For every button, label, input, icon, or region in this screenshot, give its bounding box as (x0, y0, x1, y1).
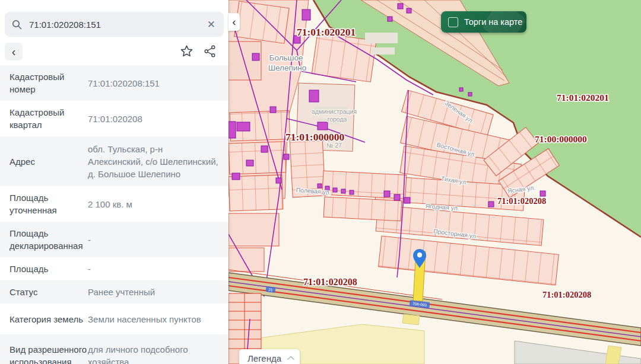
row-value: 71:01:020208 (88, 113, 219, 125)
row-value: - (88, 263, 219, 275)
trades-checkbox[interactable] (448, 17, 458, 27)
info-sidebar: ✕ ‹ Кадастровый номер 71:01:020208:151 К… (0, 0, 229, 364)
chevron-up-icon (287, 356, 294, 360)
legend-button-label: Легенда (247, 353, 281, 363)
favorite-star-icon[interactable] (179, 44, 194, 59)
row-value: обл. Тульская, р-н Алексинский, с/о Шеле… (88, 143, 219, 180)
admin-label-line1: администрация (312, 108, 357, 115)
parcel-details-table: Кадастровый номер 71:01:020208:151 Кадас… (0, 65, 229, 364)
svg-text:21: 21 (268, 288, 273, 292)
trades-button-label: Торги на карте (464, 17, 522, 27)
table-row: Площадь декларированная - (0, 222, 229, 257)
back-button[interactable]: ‹ (5, 43, 23, 60)
row-value: Ранее учтенный (88, 286, 219, 298)
clear-search-icon[interactable]: ✕ (206, 18, 217, 31)
quarter-label-right-outer: 71:00:000000 (535, 134, 587, 144)
row-label: Кадастровый номер (9, 71, 88, 95)
sidebar-toolbar: ‹ (5, 43, 224, 62)
search-input[interactable] (28, 19, 206, 30)
row-label: Адрес (9, 155, 88, 168)
table-row: Площадь - (0, 257, 229, 280)
quarter-label-right-mid: 71:01:020208 (497, 196, 546, 206)
table-row: Статус Ранее учтенный (0, 280, 229, 304)
map-canvas[interactable]: 21 70К-003 Большое Шелепино администраци… (229, 0, 641, 364)
admin-label-line2: города (328, 116, 347, 123)
cadastral-map-app: ✕ ‹ Кадастровый номер 71:01:020208:151 К… (0, 0, 641, 364)
row-value: - (88, 234, 219, 246)
table-row: Адрес обл. Тульская, р-н Алексинский, с/… (0, 136, 229, 186)
row-label: Вид разрешенного использования (9, 343, 88, 364)
row-label: Кадастровый квартал (9, 106, 88, 131)
quarter-label-top-center: 71:01:020201 (297, 26, 356, 38)
quarter-label-center: 71:01:000000 (285, 131, 344, 143)
share-icon[interactable] (203, 44, 217, 58)
table-row: Кадастровый квартал 71:01:020208 (0, 101, 229, 136)
row-value: Земли населенных пунктов (88, 313, 219, 325)
search-bar[interactable]: ✕ (5, 12, 224, 37)
table-row: Площадь уточненная 2 100 кв. м (0, 186, 229, 222)
row-label: Категория земель (9, 313, 88, 325)
row-value: 2 100 кв. м (88, 198, 219, 210)
table-row: Кадастровый номер 71:01:020208:151 (0, 65, 229, 101)
row-value: 71:01:020208:151 (88, 77, 219, 90)
quarter-label-bottom-right: 71:01:020208 (542, 290, 591, 299)
map-graphics: 21 70К-003 Большое Шелепино администраци… (229, 0, 641, 364)
settlement-label-line2: Шелепино (268, 63, 307, 72)
row-label: Статус (9, 286, 88, 298)
table-row: Вид разрешенного использования для лично… (0, 334, 229, 364)
search-icon (12, 20, 22, 30)
settlement-label-line1: Большое (269, 53, 303, 62)
table-row: Категория земель Земли населенных пункто… (0, 304, 229, 334)
trades-on-map-button[interactable]: Торги на карте (441, 11, 526, 33)
quarter-label-right-upper: 71:01:020201 (557, 92, 609, 103)
quarter-label-bottom-center: 71:01:020208 (303, 277, 357, 287)
row-value: для личного подсобного хозяйства (88, 343, 219, 364)
row-label: Площадь (9, 263, 88, 275)
row-label: Площадь декларированная (9, 227, 88, 252)
legend-button[interactable]: Легенда (239, 349, 300, 364)
row-label: Площадь уточненная (9, 191, 88, 216)
sidebar-collapse-button[interactable]: ‹ (229, 13, 240, 31)
